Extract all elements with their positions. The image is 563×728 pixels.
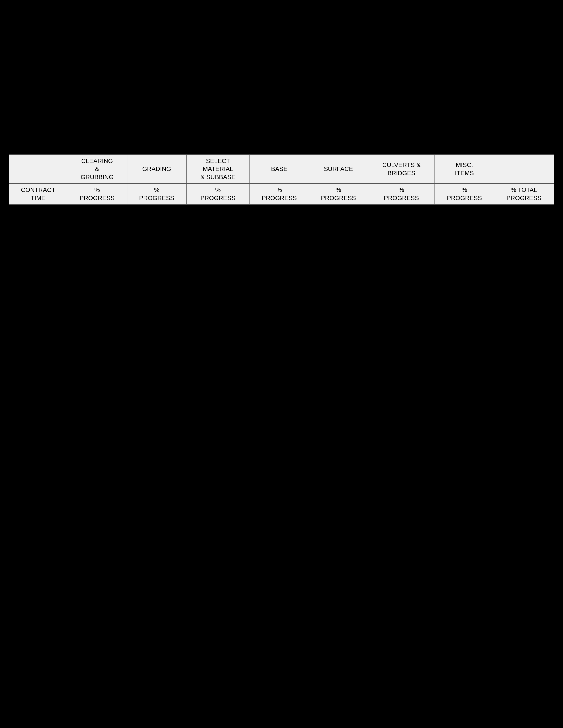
header-culverts-bridges: CULVERTS &BRIDGES: [368, 155, 435, 184]
data-row: CONTRACTTIME %PROGRESS %PROGRESS %PROGRE…: [9, 184, 554, 205]
cell-misc-progress: %PROGRESS: [435, 184, 494, 205]
header-empty-first: [9, 155, 67, 184]
header-grading: GRADING: [127, 155, 186, 184]
cell-culverts-progress: %PROGRESS: [368, 184, 435, 205]
header-misc-items: MISC.ITEMS: [435, 155, 494, 184]
cell-grading-progress: %PROGRESS: [127, 184, 186, 205]
header-select-material: SELECTMATERIAL& SUBBASE: [186, 155, 250, 184]
cell-contract-time: CONTRACTTIME: [9, 184, 67, 205]
header-base: BASE: [250, 155, 309, 184]
cell-select-material-progress: %PROGRESS: [186, 184, 250, 205]
cell-total-progress: % TOTALPROGRESS: [494, 184, 554, 205]
cell-surface-progress: %PROGRESS: [309, 184, 368, 205]
header-row: CLEARING&GRUBBING GRADING SELECTMATERIAL…: [9, 155, 554, 184]
cell-clearing-progress: %PROGRESS: [67, 184, 127, 205]
header-surface: SURFACE: [309, 155, 368, 184]
main-table-container: CLEARING&GRUBBING GRADING SELECTMATERIAL…: [9, 154, 554, 205]
header-total-empty: [494, 155, 554, 184]
header-clearing-grubbing: CLEARING&GRUBBING: [67, 155, 127, 184]
cell-base-progress: %PROGRESS: [250, 184, 309, 205]
progress-table: CLEARING&GRUBBING GRADING SELECTMATERIAL…: [9, 154, 554, 205]
